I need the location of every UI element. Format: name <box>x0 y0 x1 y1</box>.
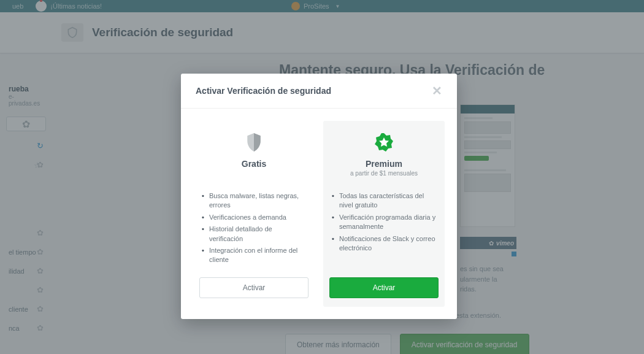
feature-item: Verificaciones a demanda <box>202 212 306 223</box>
modal-header: Activar Verificación de seguridad ✕ <box>181 74 457 109</box>
close-icon[interactable]: ✕ <box>432 85 442 97</box>
plan-name: Premium <box>329 159 439 169</box>
feature-item: Verificación programada diaria y semanal… <box>332 212 436 233</box>
feature-list: Todas las características del nivel grat… <box>329 190 439 266</box>
plan-sub <box>199 170 309 177</box>
plan-name: Gratis <box>199 159 309 169</box>
premium-plan: Premium a partir de $1 mensuales Todas l… <box>323 121 445 307</box>
plan-sub: a partir de $1 mensuales <box>329 170 439 177</box>
free-plan: Gratis Busca malware, listas negras, err… <box>193 121 315 307</box>
activation-modal: Activar Verificación de seguridad ✕ Grat… <box>181 74 457 319</box>
feature-list: Busca malware, listas negras, errores Ve… <box>199 190 309 266</box>
modal-body: Gratis Busca malware, listas negras, err… <box>181 109 457 319</box>
feature-item: Notificaciones de Slack y correo electró… <box>332 233 436 255</box>
modal-title: Activar Verificación de seguridad <box>196 86 331 96</box>
shield-icon <box>199 133 309 152</box>
feature-item: Todas las características del nivel grat… <box>332 190 436 212</box>
feature-item: Historial detallado de verificación <box>202 223 306 245</box>
feature-item: Busca malware, listas negras, errores <box>202 190 306 212</box>
feature-item: Integración con el informe del cliente <box>202 245 306 266</box>
activate-free-button[interactable]: Activar <box>199 277 309 298</box>
premium-badge-icon <box>329 133 439 152</box>
activate-premium-button[interactable]: Activar <box>329 277 439 298</box>
